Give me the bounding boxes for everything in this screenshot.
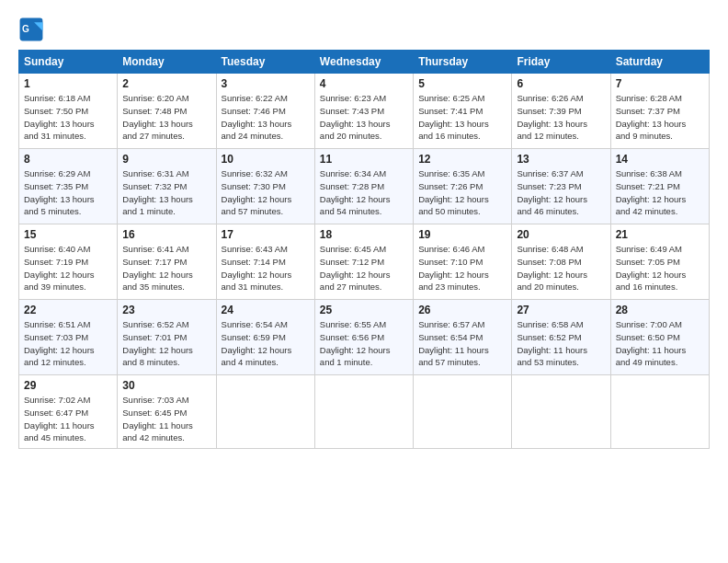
calendar-cell: 22Sunrise: 6:51 AM Sunset: 7:03 PM Dayli… (19, 300, 118, 375)
day-number: 29 (24, 379, 112, 392)
day-number: 4 (320, 77, 408, 90)
calendar-cell: 26Sunrise: 6:57 AM Sunset: 6:54 PM Dayli… (414, 300, 512, 375)
calendar-week-row: 15Sunrise: 6:40 AM Sunset: 7:19 PM Dayli… (19, 224, 710, 300)
calendar-cell: 12Sunrise: 6:35 AM Sunset: 7:26 PM Dayli… (414, 149, 512, 224)
day-info: Sunrise: 6:57 AM Sunset: 6:54 PM Dayligh… (418, 318, 506, 369)
calendar-cell: 4Sunrise: 6:23 AM Sunset: 7:43 PM Daylig… (314, 74, 413, 149)
day-number: 16 (122, 228, 210, 241)
weekday-tuesday: Tuesday (216, 51, 314, 74)
weekday-sunday: Sunday (19, 51, 118, 74)
logo: G (18, 17, 48, 42)
day-number: 10 (222, 153, 310, 166)
day-info: Sunrise: 6:35 AM Sunset: 7:26 PM Dayligh… (418, 167, 506, 218)
calendar-cell: 9Sunrise: 6:31 AM Sunset: 7:32 PM Daylig… (118, 149, 216, 224)
day-info: Sunrise: 6:45 AM Sunset: 7:12 PM Dayligh… (320, 243, 408, 293)
day-number: 15 (24, 228, 112, 241)
day-info: Sunrise: 6:31 AM Sunset: 7:32 PM Dayligh… (122, 167, 210, 218)
calendar-cell (314, 375, 413, 449)
weekday-monday: Monday (118, 51, 216, 74)
day-number: 18 (320, 228, 408, 241)
day-number: 7 (616, 77, 704, 90)
day-info: Sunrise: 6:34 AM Sunset: 7:28 PM Dayligh… (320, 167, 408, 218)
calendar-week-row: 29Sunrise: 7:02 AM Sunset: 6:47 PM Dayli… (19, 375, 710, 449)
day-info: Sunrise: 6:49 AM Sunset: 7:05 PM Dayligh… (616, 243, 704, 293)
calendar-cell: 7Sunrise: 6:28 AM Sunset: 7:37 PM Daylig… (610, 74, 709, 149)
calendar-cell: 13Sunrise: 6:37 AM Sunset: 7:23 PM Dayli… (512, 149, 610, 224)
calendar-cell: 17Sunrise: 6:43 AM Sunset: 7:14 PM Dayli… (216, 224, 314, 300)
calendar-page: G SundayMondayTuesdayWednesdayThursdayFr… (0, 0, 728, 563)
weekday-thursday: Thursday (414, 51, 512, 74)
day-info: Sunrise: 6:28 AM Sunset: 7:37 PM Dayligh… (616, 92, 704, 143)
calendar-cell: 28Sunrise: 7:00 AM Sunset: 6:50 PM Dayli… (610, 300, 709, 375)
day-info: Sunrise: 6:23 AM Sunset: 7:43 PM Dayligh… (320, 92, 408, 143)
calendar-cell (414, 375, 512, 449)
day-number: 25 (320, 304, 408, 316)
day-info: Sunrise: 6:32 AM Sunset: 7:30 PM Dayligh… (222, 167, 310, 218)
calendar-cell: 10Sunrise: 6:32 AM Sunset: 7:30 PM Dayli… (216, 149, 314, 224)
weekday-friday: Friday (512, 51, 610, 74)
day-number: 6 (517, 77, 605, 90)
weekday-saturday: Saturday (610, 51, 709, 74)
calendar-cell: 18Sunrise: 6:45 AM Sunset: 7:12 PM Dayli… (314, 224, 413, 300)
day-number: 28 (616, 304, 704, 316)
day-info: Sunrise: 6:37 AM Sunset: 7:23 PM Dayligh… (517, 167, 605, 218)
day-number: 30 (122, 379, 210, 392)
calendar-cell (216, 375, 314, 449)
calendar-cell: 20Sunrise: 6:48 AM Sunset: 7:08 PM Dayli… (512, 224, 610, 300)
svg-text:G: G (22, 24, 29, 34)
day-number: 19 (418, 228, 506, 241)
day-info: Sunrise: 7:03 AM Sunset: 6:45 PM Dayligh… (122, 394, 210, 444)
calendar-cell: 27Sunrise: 6:58 AM Sunset: 6:52 PM Dayli… (512, 300, 610, 375)
calendar-week-row: 1Sunrise: 6:18 AM Sunset: 7:50 PM Daylig… (19, 74, 710, 149)
calendar-week-row: 22Sunrise: 6:51 AM Sunset: 7:03 PM Dayli… (19, 300, 710, 375)
weekday-header-row: SundayMondayTuesdayWednesdayThursdayFrid… (19, 51, 710, 74)
day-number: 5 (418, 77, 506, 90)
day-number: 1 (24, 77, 112, 90)
calendar-cell: 25Sunrise: 6:55 AM Sunset: 6:56 PM Dayli… (314, 300, 413, 375)
weekday-wednesday: Wednesday (314, 51, 413, 74)
day-info: Sunrise: 6:18 AM Sunset: 7:50 PM Dayligh… (24, 92, 112, 143)
calendar-cell: 19Sunrise: 6:46 AM Sunset: 7:10 PM Dayli… (414, 224, 512, 300)
day-info: Sunrise: 6:46 AM Sunset: 7:10 PM Dayligh… (418, 243, 506, 293)
day-info: Sunrise: 6:20 AM Sunset: 7:48 PM Dayligh… (122, 92, 210, 143)
day-number: 8 (24, 153, 112, 166)
day-info: Sunrise: 6:26 AM Sunset: 7:39 PM Dayligh… (517, 92, 605, 143)
day-info: Sunrise: 6:48 AM Sunset: 7:08 PM Dayligh… (517, 243, 605, 293)
day-info: Sunrise: 6:54 AM Sunset: 6:59 PM Dayligh… (222, 318, 310, 369)
day-info: Sunrise: 6:52 AM Sunset: 7:01 PM Dayligh… (122, 318, 210, 369)
calendar-cell: 14Sunrise: 6:38 AM Sunset: 7:21 PM Dayli… (610, 149, 709, 224)
day-info: Sunrise: 7:00 AM Sunset: 6:50 PM Dayligh… (616, 318, 704, 369)
calendar-cell: 21Sunrise: 6:49 AM Sunset: 7:05 PM Dayli… (610, 224, 709, 300)
page-header: G (18, 17, 710, 42)
day-info: Sunrise: 6:25 AM Sunset: 7:41 PM Dayligh… (418, 92, 506, 143)
calendar-cell: 11Sunrise: 6:34 AM Sunset: 7:28 PM Dayli… (314, 149, 413, 224)
calendar-cell: 5Sunrise: 6:25 AM Sunset: 7:41 PM Daylig… (414, 74, 512, 149)
calendar-cell: 30Sunrise: 7:03 AM Sunset: 6:45 PM Dayli… (118, 375, 216, 449)
calendar-table: SundayMondayTuesdayWednesdayThursdayFrid… (18, 50, 710, 449)
calendar-cell: 15Sunrise: 6:40 AM Sunset: 7:19 PM Dayli… (19, 224, 118, 300)
day-info: Sunrise: 6:43 AM Sunset: 7:14 PM Dayligh… (222, 243, 310, 293)
calendar-cell (512, 375, 610, 449)
day-number: 11 (320, 153, 408, 166)
calendar-cell: 8Sunrise: 6:29 AM Sunset: 7:35 PM Daylig… (19, 149, 118, 224)
day-number: 26 (418, 304, 506, 316)
day-number: 22 (24, 304, 112, 316)
day-number: 21 (616, 228, 704, 241)
day-info: Sunrise: 7:02 AM Sunset: 6:47 PM Dayligh… (24, 394, 112, 444)
logo-icon: G (18, 17, 44, 42)
calendar-cell: 2Sunrise: 6:20 AM Sunset: 7:48 PM Daylig… (118, 74, 216, 149)
day-info: Sunrise: 6:40 AM Sunset: 7:19 PM Dayligh… (24, 243, 112, 293)
day-number: 17 (222, 228, 310, 241)
day-info: Sunrise: 6:51 AM Sunset: 7:03 PM Dayligh… (24, 318, 112, 369)
calendar-cell: 23Sunrise: 6:52 AM Sunset: 7:01 PM Dayli… (118, 300, 216, 375)
day-info: Sunrise: 6:22 AM Sunset: 7:46 PM Dayligh… (222, 92, 310, 143)
calendar-cell: 16Sunrise: 6:41 AM Sunset: 7:17 PM Dayli… (118, 224, 216, 300)
day-number: 27 (517, 304, 605, 316)
day-info: Sunrise: 6:41 AM Sunset: 7:17 PM Dayligh… (122, 243, 210, 293)
day-number: 14 (616, 153, 704, 166)
calendar-cell: 6Sunrise: 6:26 AM Sunset: 7:39 PM Daylig… (512, 74, 610, 149)
day-number: 3 (222, 77, 310, 90)
calendar-cell: 29Sunrise: 7:02 AM Sunset: 6:47 PM Dayli… (19, 375, 118, 449)
day-info: Sunrise: 6:58 AM Sunset: 6:52 PM Dayligh… (517, 318, 605, 369)
day-number: 13 (517, 153, 605, 166)
